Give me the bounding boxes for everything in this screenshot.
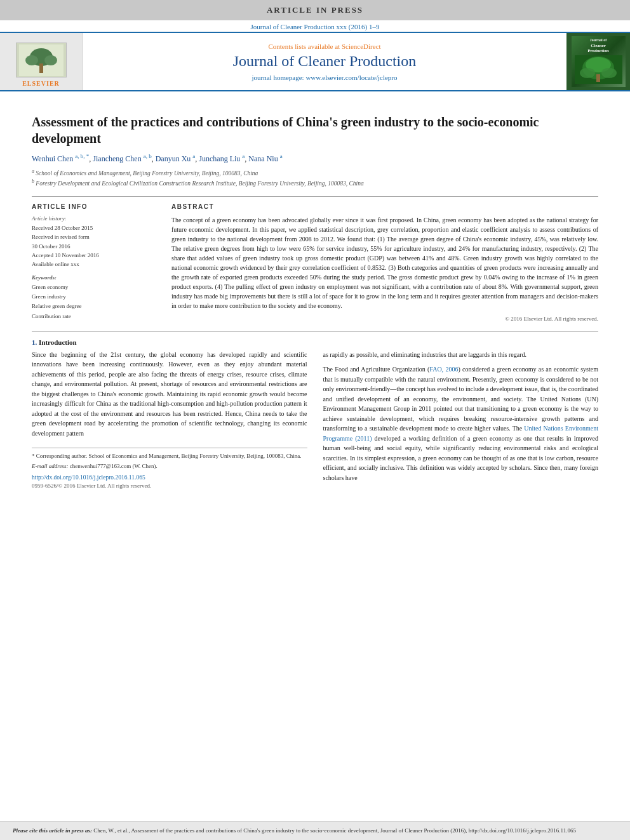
cleaner-production-logo: Journal of CleanerProduction [566,33,630,90]
copyright: © 2016 Elsevier Ltd. All rights reserved… [171,316,598,322]
keyword-1: Green economy [32,283,159,292]
affiliation-b: b Forestry Development and Ecological Ci… [32,178,598,188]
homepage-label: journal homepage: [252,74,304,81]
keywords-section: Keywords: Green economy Green industry R… [32,274,159,321]
journal-title-bar: Journal of Cleaner Production xxx (2016)… [0,20,630,32]
abstract-label: ABSTRACT [171,203,598,210]
bottom-citation-bar: Please cite this article in press as: Ch… [0,821,630,841]
author-nana-niu: Nana Niu [248,154,278,163]
header-section: ELSEVIER Contents lists available at Sci… [0,32,630,91]
received-1: Received 28 October 2015 [32,223,159,232]
cite-text: Chen, W., et al., Assessment of the prac… [93,827,576,834]
introduction-section: 1. Introduction Since the beginning of t… [32,338,598,489]
svg-point-10 [601,68,617,78]
abstract-section: ABSTRACT The concept of a green economy … [171,203,598,322]
banner-text: ARTICLE IN PRESS [267,5,363,15]
article-content: Assessment of the practices and contribu… [0,91,630,821]
article-in-press-banner: ARTICLE IN PRESS [0,0,630,20]
divider-2 [32,331,598,332]
authors-line: Wenhui Chen a, b, *, Jiancheng Chen a, b… [32,153,598,164]
article-info-label: ARTICLE INFO [32,203,159,210]
sciencedirect-label: Contents lists available at [268,43,340,50]
sciencedirect-link[interactable]: Contents lists available at ScienceDirec… [268,43,380,50]
footnote-corresponding-author: * Corresponding author. School of Econom… [32,452,307,460]
article-info: ARTICLE INFO Article history: Received 2… [32,203,159,322]
issn-line: 0959-6526/© 2016 Elsevier Ltd. All right… [32,483,307,489]
affiliations: a School of Economics and Management, Be… [32,168,598,189]
svg-rect-8 [596,74,600,82]
keyword-2: Green industry [32,292,159,302]
intro-left-col: Since the beginning of the 21st century,… [32,350,307,489]
available-online: Available online xxx [32,260,159,269]
received-revised: Received in revised form [32,232,159,241]
article-history-label: Article history: [32,215,159,222]
section-number: 1. [32,338,37,346]
and-text: and [491,396,500,403]
svg-point-3 [25,55,38,65]
intro-right-para-1: as rapidly as possible, and eliminating … [323,350,599,360]
cleaner-prod-icon: Journal of CleanerProduction [572,36,626,87]
affiliation-a: a School of Economics and Management, Be… [32,168,598,178]
elsevier-label: ELSEVIER [22,80,60,87]
fao-link[interactable]: FAO, 2006 [429,366,458,373]
author-jiancheng-chen-sup: a, b [144,153,152,159]
page: ARTICLE IN PRESS Journal of Cleaner Prod… [0,0,630,840]
intro-right-col: as rapidly as possible, and eliminating … [323,350,599,489]
keywords-label: Keywords: [32,274,159,281]
divider-1 [32,196,598,197]
article-title: Assessment of the practices and contribu… [32,114,598,147]
author-nana-niu-sup: a [280,153,283,159]
article-info-abstract: ARTICLE INFO Article history: Received 2… [32,203,598,322]
journal-homepage: journal homepage: www.elsevier.com/locat… [252,74,398,81]
sciencedirect-name: ScienceDirect [342,43,381,50]
keyword-3: Relative green degree [32,302,159,311]
author-jiancheng-chen: Jiancheng Chen [93,154,141,163]
intro-left-para-1: Since the beginning of the 21st century,… [32,350,307,439]
intro-body: Since the beginning of the 21st century,… [32,350,598,489]
keyword-4: Contribution rate [32,312,159,321]
journal-main-title: Journal of Cleaner Production [233,53,417,70]
received-revised-date: 30 October 2016 [32,242,159,251]
header-center: Contents lists available at ScienceDirec… [83,33,566,90]
author-wenhui-chen: Wenhui Chen [32,154,73,163]
email-address[interactable]: chenwenhui777@163.com [70,463,131,469]
accepted: Accepted 10 November 2016 [32,251,159,260]
doi-link[interactable]: http://dx.doi.org/10.1016/j.jclepro.2016… [32,474,307,481]
intro-heading: 1. Introduction [32,338,598,346]
unep-link[interactable]: United Nations Environment Programme (20… [323,425,598,442]
footnote-email: E-mail address: chenwenhui777@163.com (W… [32,462,307,470]
svg-point-4 [44,55,57,65]
elsevier-icon [16,43,67,77]
cleaner-production-text: CleanerProduction [587,43,608,54]
email-name: (W. Chen). [132,463,157,469]
elsevier-logo-area: ELSEVIER [0,33,83,90]
intro-right-para-2: The Food and Agriculture Organization (F… [323,364,599,483]
section-title: Introduction [39,338,77,346]
cite-label: Please cite this article in press as: [13,827,92,834]
svg-point-9 [580,68,595,78]
email-label: E-mail address: [32,463,68,469]
author-wenhui-chen-sup: a, b, * [75,153,89,159]
journal-issue-text: Journal of Cleaner Production xxx (2016)… [251,23,380,30]
author-junchang-liu: Junchang Liu [199,154,240,163]
author-danyun-xu-sup: a [192,153,195,159]
abstract-text: The concept of a green economy has been … [171,215,598,310]
author-danyun-xu: Danyun Xu [156,154,191,163]
homepage-url[interactable]: www.elsevier.com/locate/jclepro [305,74,397,81]
svg-rect-2 [39,63,43,73]
author-junchang-liu-sup: a [242,153,245,159]
footnote-area: * Corresponding author. School of Econom… [32,448,307,470]
